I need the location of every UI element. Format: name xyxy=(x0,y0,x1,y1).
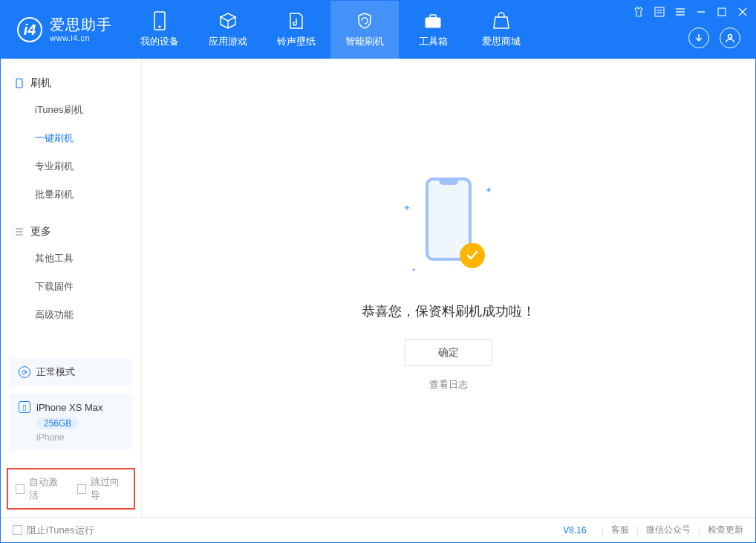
toolbox-icon xyxy=(423,11,443,30)
sidebar-item-batch[interactable]: 批量刷机 xyxy=(1,181,141,209)
main-tabs: 我的设备 应用游戏 铃声壁纸 智能刷机 工具箱 爱思商城 xyxy=(126,1,535,59)
tab-tools[interactable]: 工具箱 xyxy=(399,1,467,59)
tab-label: 爱思商城 xyxy=(482,35,521,48)
sparkle-icon: ✦ xyxy=(403,203,411,213)
close-button[interactable] xyxy=(736,5,749,19)
success-message: 恭喜您，保资料刷机成功啦！ xyxy=(362,302,535,320)
sidebar-item-fw[interactable]: 下载固件 xyxy=(1,273,141,301)
menu-icon[interactable] xyxy=(674,5,687,19)
svg-rect-3 xyxy=(430,15,436,18)
checkbox-icon xyxy=(77,484,86,494)
mode-label: 正常模式 xyxy=(36,365,75,379)
view-log-link[interactable]: 查看日志 xyxy=(429,378,468,391)
svg-rect-2 xyxy=(426,18,440,27)
app-body: 刷机 iTunes刷机 一键刷机 专业刷机 批量刷机 更多 其他工具 下载固件 … xyxy=(1,59,755,517)
sidebar-section-flash: 刷机 xyxy=(1,71,141,96)
checkbox-auto-activate[interactable]: 自动激活 xyxy=(16,475,65,502)
success-illustration: ✦ ✦ • xyxy=(408,178,489,282)
footer-link-service[interactable]: 客服 xyxy=(611,524,629,536)
opt-label: 阻止iTunes运行 xyxy=(27,524,94,537)
device-capacity: 256GB xyxy=(36,417,79,429)
header-actions xyxy=(688,27,740,48)
checkbox-icon xyxy=(16,484,25,494)
app-name: 爱思助手 xyxy=(50,16,112,33)
svg-point-1 xyxy=(159,26,160,27)
tab-label: 智能刷机 xyxy=(345,35,384,48)
ok-button[interactable]: 确定 xyxy=(405,339,492,366)
opt-label: 跳过向导 xyxy=(91,475,126,502)
sparkle-icon: ✦ xyxy=(485,185,492,195)
sparkle-icon: • xyxy=(412,265,415,276)
minimize-button[interactable] xyxy=(694,5,708,19)
sidebar-item-pro[interactable]: 专业刷机 xyxy=(1,152,141,181)
svg-rect-4 xyxy=(655,7,664,16)
sidebar-item-itunes[interactable]: iTunes刷机 xyxy=(1,96,141,124)
sidebar-item-oneclick[interactable]: 一键刷机 xyxy=(1,124,141,152)
titlebar: i4 爱思助手 www.i4.cn 我的设备 应用游戏 铃声壁纸 智能刷机 工具… xyxy=(1,1,755,59)
music-file-icon xyxy=(287,11,306,30)
section-title: 刷机 xyxy=(30,77,51,90)
tab-label: 铃声壁纸 xyxy=(277,35,316,48)
footer-link-wechat[interactable]: 微信公众号 xyxy=(646,524,691,536)
cube-icon xyxy=(218,11,238,30)
section-title: 更多 xyxy=(30,225,51,238)
shield-refresh-icon xyxy=(355,11,374,30)
tab-apps[interactable]: 应用游戏 xyxy=(194,1,262,59)
version-label: V8.16 xyxy=(563,525,586,536)
svg-rect-11 xyxy=(718,8,726,16)
checkbox-skip-guide[interactable]: 跳过向导 xyxy=(77,475,127,502)
mode-icon: ⟳ xyxy=(19,366,30,378)
main-content: ✦ ✦ • 恭喜您，保资料刷机成功啦！ 确定 查看日志 xyxy=(142,59,755,517)
tab-device[interactable]: 我的设备 xyxy=(126,1,194,59)
tab-store[interactable]: 爱思商城 xyxy=(467,1,535,59)
list-small-icon xyxy=(14,227,25,237)
sidebar: 刷机 iTunes刷机 一键刷机 专业刷机 批量刷机 更多 其他工具 下载固件 … xyxy=(1,59,142,517)
device-name: iPhone XS Max xyxy=(36,402,103,413)
list-icon[interactable] xyxy=(653,5,666,19)
checkbox-icon xyxy=(13,525,22,535)
tab-media[interactable]: 铃声壁纸 xyxy=(262,1,330,59)
bag-icon xyxy=(492,11,511,30)
tab-label: 应用游戏 xyxy=(209,35,247,48)
device-type: iPhone xyxy=(36,432,123,443)
maximize-button[interactable] xyxy=(715,5,729,19)
tab-flash[interactable]: 智能刷机 xyxy=(330,1,399,59)
sidebar-section-more: 更多 xyxy=(1,219,141,244)
phone-small-icon xyxy=(14,78,25,88)
flash-options-highlight: 自动激活 跳过向导 xyxy=(7,468,135,510)
download-button[interactable] xyxy=(688,27,709,48)
svg-point-15 xyxy=(729,35,732,39)
sidebar-item-other[interactable]: 其他工具 xyxy=(1,244,141,273)
status-bar: 阻止iTunes运行 V8.16 | 客服 | 微信公众号 | 检查更新 xyxy=(1,517,755,542)
app-logo: i4 爱思助手 www.i4.cn xyxy=(1,1,126,59)
tab-label: 我的设备 xyxy=(140,35,179,48)
mode-card[interactable]: ⟳ 正常模式 xyxy=(10,358,132,386)
opt-label: 自动激活 xyxy=(29,475,65,502)
device-small-icon: ▯ xyxy=(19,401,30,413)
shirt-icon[interactable] xyxy=(632,5,645,19)
check-badge-icon xyxy=(460,243,485,268)
logo-icon: i4 xyxy=(17,17,42,42)
device-icon xyxy=(150,11,169,30)
tab-label: 工具箱 xyxy=(419,35,448,48)
window-controls xyxy=(632,5,749,19)
sidebar-item-adv[interactable]: 高级功能 xyxy=(1,301,141,329)
user-button[interactable] xyxy=(720,27,740,48)
checkbox-block-itunes[interactable]: 阻止iTunes运行 xyxy=(13,524,94,537)
footer-link-update[interactable]: 检查更新 xyxy=(708,524,743,536)
svg-rect-16 xyxy=(16,79,22,88)
app-url: www.i4.cn xyxy=(50,33,112,43)
device-card[interactable]: ▯ iPhone XS Max 256GB iPhone xyxy=(10,394,132,450)
